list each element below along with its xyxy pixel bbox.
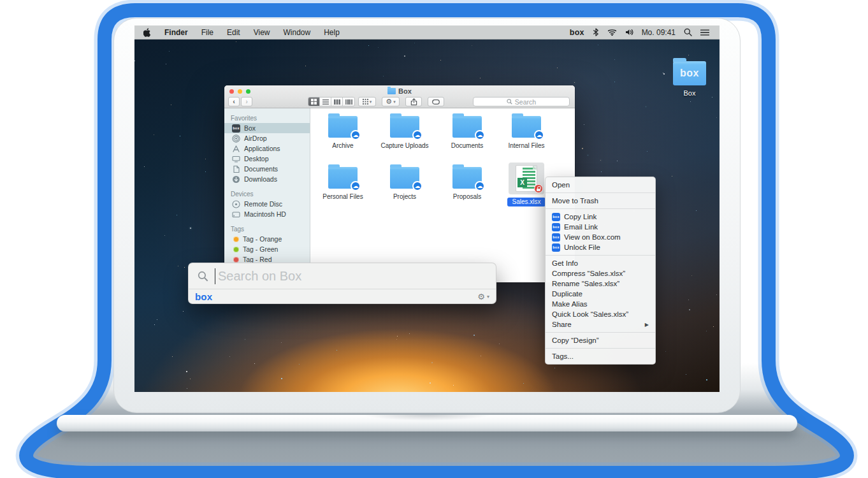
menu-item-tags[interactable]: Tags... <box>546 351 655 361</box>
search-on-box-input[interactable]: Search on Box <box>189 263 496 289</box>
devices-header: Devices <box>224 188 310 199</box>
menu-item-copy-link[interactable]: boxCopy Link <box>546 212 655 222</box>
apple-icon[interactable] <box>143 28 151 37</box>
menu-item-make-alias[interactable]: Make Alias <box>546 299 655 309</box>
sidebar-item-macintosh-hd[interactable]: Macintosh HD <box>224 209 310 219</box>
share-button[interactable] <box>405 97 422 106</box>
gear-icon: ⚙ <box>477 293 485 301</box>
tag-dot-orange <box>233 236 239 242</box>
arrange-button[interactable]: ▾ <box>358 97 376 106</box>
menu-file[interactable]: File <box>201 28 213 37</box>
spotlight-icon[interactable] <box>684 28 692 36</box>
box-icon: box <box>552 223 560 231</box>
file-personal-files[interactable]: ☁ Personal Files <box>312 167 373 200</box>
menu-item-unlock-file[interactable]: boxUnlock File <box>546 242 655 252</box>
menu-separator <box>546 208 655 209</box>
box-logo: box <box>195 291 212 302</box>
menu-separator <box>546 348 655 349</box>
search-placeholder: Search <box>515 98 536 106</box>
chevron-down-icon: ▾ <box>393 99 396 105</box>
menu-item-move-to-trash[interactable]: Move to Trash <box>546 196 655 206</box>
menu-item-duplicate[interactable]: Duplicate <box>546 289 655 299</box>
wifi-icon[interactable] <box>607 29 617 36</box>
macos-screen: Finder File Edit View Window Help box Mo… <box>134 25 720 392</box>
notification-center-icon[interactable] <box>700 29 709 36</box>
menu-edit[interactable]: Edit <box>227 28 240 37</box>
folder-icon: ☁ <box>328 167 358 189</box>
menu-item-share[interactable]: Share▶ <box>546 319 655 330</box>
forward-button[interactable]: › <box>241 97 252 106</box>
tag-dot-green <box>233 247 239 252</box>
airdrop-icon <box>232 134 240 143</box>
cloud-sync-badge: ☁ <box>475 181 485 191</box>
sidebar-item-desktop[interactable]: Desktop <box>224 154 310 164</box>
menu-finder[interactable]: Finder <box>164 28 188 37</box>
icon-view-button[interactable] <box>308 98 320 106</box>
menu-separator <box>546 192 655 193</box>
file-documents[interactable]: ☁ Documents <box>437 116 498 149</box>
downloads-icon <box>232 175 240 184</box>
sidebar-item-box[interactable]: box Box <box>224 123 310 133</box>
menu-item-get-info[interactable]: Get Info <box>546 258 655 268</box>
desktop-icon <box>232 155 240 163</box>
menu-item-rename[interactable]: Rename “Sales.xlsx” <box>546 279 655 289</box>
box-watermark: box <box>673 61 706 85</box>
list-view-button[interactable] <box>320 98 331 106</box>
menu-separator <box>546 255 655 256</box>
file-projects[interactable]: ☁ Projects <box>374 167 435 200</box>
action-button[interactable]: ⚙ ▾ <box>382 97 400 106</box>
folder-icon: ☁ <box>452 116 482 138</box>
back-button[interactable]: ‹ <box>228 97 240 106</box>
folder-icon: ☁ <box>328 116 358 138</box>
cloud-sync-badge: ☁ <box>475 130 485 140</box>
coverflow-view-button[interactable] <box>343 98 354 106</box>
sidebar-item-documents[interactable]: Documents <box>224 164 310 174</box>
menu-item-email-link[interactable]: boxEmail Link <box>546 222 655 232</box>
search-settings-button[interactable]: ⚙ ▾ <box>477 293 489 301</box>
cloud-sync-badge: ☁ <box>351 181 361 191</box>
desktop-box-folder[interactable]: box Box <box>667 57 712 97</box>
text-caret <box>215 268 215 284</box>
view-switcher <box>308 97 355 106</box>
window-search-field[interactable]: Search <box>473 97 570 106</box>
sidebar-item-tag-green[interactable]: Tag - Green <box>224 244 310 254</box>
menu-item-copy-design[interactable]: Copy “Design” <box>546 335 655 345</box>
menu-help[interactable]: Help <box>324 28 340 37</box>
folder-icon: ☁ <box>512 116 541 138</box>
box-folder-icon: box <box>673 61 706 85</box>
bluetooth-icon[interactable] <box>593 28 599 36</box>
file-grid: ☁ Archive ☁ Capture Uploads ☁ Documents <box>310 108 575 282</box>
sidebar-item-downloads[interactable]: Downloads <box>224 174 310 184</box>
menu-item-compress[interactable]: Compress “Sales.xlsx” <box>546 268 655 279</box>
sidebar-item-tag-orange[interactable]: Tag - Orange <box>224 234 310 244</box>
finder-sidebar: Favorites box Box AirDrop Applications <box>224 108 310 282</box>
clock[interactable]: Mo. 09:41 <box>642 28 676 37</box>
menu-window[interactable]: Window <box>284 28 311 37</box>
window-header[interactable]: Box ‹ › <box>224 85 575 108</box>
file-archive[interactable]: ☁ Archive <box>312 116 373 149</box>
column-view-button[interactable] <box>331 98 343 106</box>
gear-icon: ⚙ <box>386 98 392 105</box>
sidebar-item-applications[interactable]: Applications <box>224 143 310 154</box>
finder-window: Box ‹ › <box>224 85 575 282</box>
search-on-box-overlay: Search on Box box ⚙ ▾ <box>188 263 496 304</box>
box-menu-extra[interactable]: box <box>570 28 584 37</box>
volume-icon[interactable] <box>625 29 633 36</box>
sidebar-item-airdrop[interactable]: AirDrop <box>224 133 310 143</box>
menu-item-quick-look[interactable]: Quick Look “Sales.xlsx” <box>546 309 655 319</box>
sidebar-item-remote-disc[interactable]: Remote Disc <box>224 199 310 209</box>
window-title: Box <box>224 87 575 95</box>
menu-item-view-on-box[interactable]: boxView on Box.com <box>546 232 655 242</box>
file-internal-files[interactable]: ☁ Internal Files <box>496 116 557 149</box>
menu-item-open[interactable]: Open <box>546 180 655 190</box>
file-capture-uploads[interactable]: ☁ Capture Uploads <box>374 116 435 149</box>
chevron-down-icon: ▾ <box>487 294 489 300</box>
menu-view[interactable]: View <box>254 28 270 37</box>
applications-icon <box>232 145 240 153</box>
tags-button[interactable] <box>428 97 444 106</box>
file-proposals[interactable]: ☁ Proposals <box>437 167 498 200</box>
selection-highlight: X <box>509 163 544 194</box>
selected-filename-pill: Sales.xlsx <box>507 198 545 206</box>
box-icon: box <box>552 233 560 242</box>
folder-icon: ☁ <box>390 116 419 138</box>
